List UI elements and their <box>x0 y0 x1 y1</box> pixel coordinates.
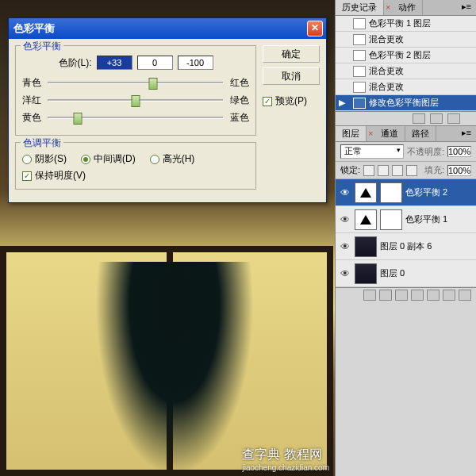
new-doc-icon[interactable] <box>430 113 443 124</box>
color-balance-dialog: 色彩平衡 ✕ 色彩平衡 色阶(L): 青色 红色 洋红 <box>8 17 327 203</box>
tab-channels[interactable]: 通道 <box>374 126 405 141</box>
history-item[interactable]: 色彩平衡 2 图层 <box>336 48 476 63</box>
lock-all-icon[interactable] <box>406 165 417 176</box>
visibility-icon[interactable]: 👁 <box>339 268 351 279</box>
watermark: 查字典 教程网 jiaocheng.chazidian.com <box>242 447 329 472</box>
magenta-green-slider[interactable] <box>48 99 224 102</box>
lock-position-icon[interactable] <box>392 165 403 176</box>
snapshot-icon[interactable] <box>413 113 425 124</box>
folder-icon[interactable] <box>427 290 440 301</box>
link-icon[interactable] <box>363 290 376 301</box>
yellow-blue-slider[interactable] <box>48 117 224 119</box>
tab-history[interactable]: 历史记录 <box>336 0 384 15</box>
cyan-red-slider[interactable] <box>48 82 224 84</box>
layer-row[interactable]: 👁图层 0 副本 6 <box>336 233 476 260</box>
layer-row[interactable]: 👁色彩平衡 2 <box>336 179 476 206</box>
visibility-icon[interactable]: 👁 <box>339 214 351 225</box>
fill-label: 填充: <box>424 164 444 176</box>
slider-label-cyan: 青色 <box>22 76 43 90</box>
new-layer-icon[interactable] <box>443 290 455 301</box>
history-item[interactable]: 色彩平衡 1 图层 <box>336 16 476 32</box>
dialog-title: 色彩平衡 <box>13 21 55 36</box>
highlights-radio[interactable]: 高光(H) <box>150 152 195 166</box>
lock-transparent-icon[interactable] <box>363 165 374 176</box>
visibility-icon[interactable]: 👁 <box>339 241 351 252</box>
tab-actions[interactable]: 动作 <box>392 0 423 15</box>
level-yellow-blue-input[interactable] <box>178 56 213 70</box>
preview-checkbox[interactable]: ✓预览(P) <box>263 94 320 108</box>
fx-icon[interactable] <box>379 290 392 301</box>
opacity-label: 不透明度: <box>407 146 444 158</box>
layer-row[interactable]: 👁色彩平衡 1 <box>336 206 476 233</box>
dialog-titlebar[interactable]: 色彩平衡 ✕ <box>9 18 326 39</box>
slider-label-blue: 蓝色 <box>228 111 249 125</box>
group-title: 色彩平衡 <box>21 40 63 53</box>
tone-balance-group: 色调平衡 阴影(S) 中间调(D) 高光(H) ✓保持明度(V) <box>15 142 256 190</box>
tab-layers[interactable]: 图层 <box>336 126 367 141</box>
slider-label-magenta: 洋红 <box>22 94 43 107</box>
lock-pixels-icon[interactable] <box>378 165 389 176</box>
cancel-button[interactable]: 取消 <box>263 67 320 85</box>
color-balance-group: 色彩平衡 色阶(L): 青色 红色 洋红 绿色 <box>15 45 256 136</box>
panel-menu-icon[interactable]: ▸≡ <box>457 126 476 141</box>
layers-list: 👁色彩平衡 2 👁色彩平衡 1 👁图层 0 副本 6 👁图层 0 <box>336 179 476 287</box>
history-item[interactable]: ▶修改色彩平衡图层 <box>336 95 476 111</box>
level-magenta-green-input[interactable] <box>137 56 173 70</box>
slider-label-red: 红色 <box>228 76 249 90</box>
history-list: 色彩平衡 1 图层 混合更改 色彩平衡 2 图层 混合更改 混合更改 ▶修改色彩… <box>336 16 476 111</box>
mask-icon[interactable] <box>395 290 408 301</box>
close-icon[interactable]: ✕ <box>307 21 323 36</box>
midtones-radio[interactable]: 中间调(D) <box>81 152 136 166</box>
history-item[interactable]: 混合更改 <box>336 63 476 79</box>
layer-row[interactable]: 👁图层 0 <box>336 260 476 287</box>
blend-mode-select[interactable]: 正常 <box>340 144 404 159</box>
history-item[interactable]: 混合更改 <box>336 79 476 95</box>
ok-button[interactable]: 确定 <box>263 45 320 63</box>
adjustment-icon[interactable] <box>411 290 424 301</box>
shadows-radio[interactable]: 阴影(S) <box>22 152 67 166</box>
slider-label-yellow: 黄色 <box>22 111 43 125</box>
panels-dock: 历史记录 × 动作 ▸≡ 色彩平衡 1 图层 混合更改 色彩平衡 2 图层 混合… <box>335 0 476 476</box>
opacity-input[interactable]: 100% <box>447 146 471 157</box>
trash-icon[interactable] <box>459 290 471 301</box>
fill-input[interactable]: 100% <box>447 165 471 176</box>
trash-icon[interactable] <box>447 113 460 124</box>
history-item[interactable]: 混合更改 <box>336 32 476 48</box>
visibility-icon[interactable]: 👁 <box>339 187 351 198</box>
levels-label: 色阶(L): <box>59 56 92 70</box>
panel-menu-icon[interactable]: ▸≡ <box>457 0 476 15</box>
slider-label-green: 绿色 <box>228 94 249 107</box>
preserve-luminosity-checkbox[interactable]: ✓保持明度(V) <box>22 169 249 182</box>
lock-label: 锁定: <box>340 164 360 176</box>
level-cyan-red-input[interactable] <box>97 56 132 70</box>
tab-paths[interactable]: 路径 <box>405 126 436 141</box>
group-title: 色调平衡 <box>21 136 63 150</box>
